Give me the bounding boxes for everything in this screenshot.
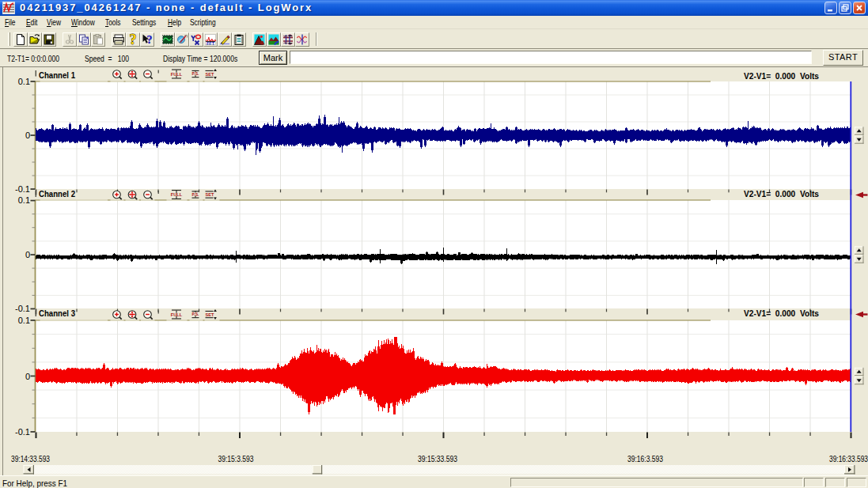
svg-text:0: 0 bbox=[25, 372, 30, 381]
svg-text:Channel 2: Channel 2 bbox=[39, 189, 75, 199]
svg-text:0: 0 bbox=[25, 250, 30, 259]
svg-text:Channel 1: Channel 1 bbox=[39, 70, 75, 80]
svg-text:39:15:33.593: 39:15:33.593 bbox=[418, 454, 457, 463]
svg-text:39:16:3.593: 39:16:3.593 bbox=[627, 454, 663, 463]
svg-text:39:16:33.593: 39:16:33.593 bbox=[829, 454, 868, 463]
svg-text:39:14:33.593: 39:14:33.593 bbox=[11, 454, 50, 463]
svg-text:V2-V1= 0.000 Volts: V2-V1= 0.000 Volts bbox=[744, 308, 819, 318]
svg-text:FULL: FULL bbox=[171, 72, 183, 77]
svg-text:39:15:3.593: 39:15:3.593 bbox=[218, 454, 254, 463]
svg-text:P.S.: P.S. bbox=[191, 71, 199, 76]
svg-text:SET: SET bbox=[206, 192, 214, 197]
svg-text:Channel 3: Channel 3 bbox=[39, 308, 75, 318]
svg-text:SET: SET bbox=[206, 72, 214, 77]
svg-text:0: 0 bbox=[25, 131, 30, 140]
svg-text:-0.1: -0.1 bbox=[15, 427, 30, 437]
svg-text:0.1: 0.1 bbox=[18, 316, 30, 325]
svg-text:FFT: FFT bbox=[207, 41, 215, 46]
svg-text:V2-V1= 0.000 Volts: V2-V1= 0.000 Volts bbox=[744, 71, 819, 81]
svg-text:-0.1: -0.1 bbox=[15, 184, 30, 194]
svg-text:FULL: FULL bbox=[171, 192, 183, 197]
svg-text:-0.1: -0.1 bbox=[15, 304, 30, 313]
svg-text:FULL: FULL bbox=[171, 312, 183, 317]
svg-text:0.1: 0.1 bbox=[18, 77, 30, 86]
svg-text:P.S.: P.S. bbox=[191, 312, 199, 316]
svg-text:?: ? bbox=[147, 34, 153, 46]
svg-text:0.1: 0.1 bbox=[18, 195, 30, 205]
svg-text:?: ? bbox=[130, 33, 137, 46]
svg-text:P.S.: P.S. bbox=[191, 192, 199, 197]
svg-text:V2-V1= 0.000 Volts: V2-V1= 0.000 Volts bbox=[744, 189, 819, 199]
svg-text:SET: SET bbox=[206, 312, 214, 317]
